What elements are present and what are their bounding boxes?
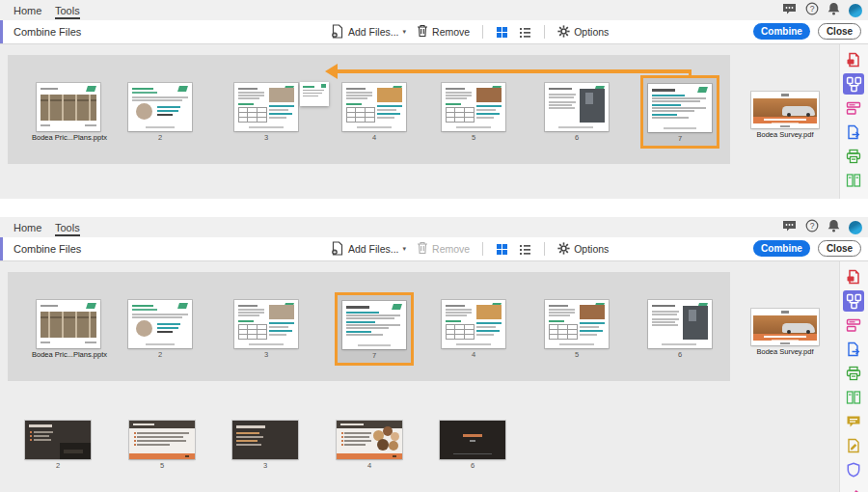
thumbnail-caption: Bodea Pric...Plans.pptx — [32, 134, 105, 143]
page-thumbnail[interactable]: 5 — [540, 300, 613, 360]
remove-button[interactable]: Remove — [417, 241, 470, 257]
file-thumbnail[interactable]: Bodea Survey.pdf — [748, 92, 822, 140]
accent-strip — [0, 20, 3, 43]
slide-preview — [234, 83, 298, 131]
thumbnail-caption: Bodea Pric...Plans.pptx — [32, 351, 105, 360]
sidebar-tool-comment-icon[interactable] — [843, 411, 864, 432]
thumbnail-caption: 6 — [540, 134, 613, 143]
options-button[interactable]: Options — [557, 242, 609, 257]
page-thumbnail[interactable]: 7 — [640, 75, 719, 149]
toolbar: Combine Files Add Files...▾ Remove Optio… — [0, 20, 868, 44]
sidebar-tool-organize-pages-icon[interactable] — [843, 170, 864, 191]
slide-preview — [442, 300, 505, 348]
sidebar-tool-export-pdf-icon[interactable] — [843, 339, 864, 360]
svg-text:?: ? — [810, 4, 815, 14]
feedback-icon[interactable] — [782, 2, 797, 19]
slide-preview — [37, 300, 100, 348]
options-button[interactable]: Options — [557, 25, 609, 40]
page-thumbnail[interactable]: 2 — [123, 83, 197, 143]
drag-arrow-line — [338, 69, 692, 73]
thumbnail-caption: 7 — [338, 352, 411, 361]
page-thumbnail[interactable]: 2 — [24, 421, 92, 471]
page-thumbnail[interactable]: 5 — [128, 421, 196, 471]
page-thumbnail[interactable]: 7 — [335, 292, 414, 366]
sidebar-tool-enhance-scans-icon[interactable] — [843, 363, 864, 384]
right-rail — [839, 44, 868, 199]
slide-preview — [232, 421, 298, 459]
tab-tools[interactable]: Tools — [55, 217, 80, 237]
thumbnail-caption: 4 — [338, 134, 411, 143]
user-avatar[interactable] — [849, 4, 862, 17]
sidebar-tool-pen-icon[interactable] — [843, 483, 864, 492]
thumbnail-caption: 5 — [540, 351, 613, 360]
grid-view-button[interactable] — [496, 26, 508, 39]
user-avatar[interactable] — [849, 221, 862, 234]
sidebar-tool-fill-sign-icon[interactable] — [843, 435, 864, 456]
slide-preview — [648, 84, 712, 132]
page-thumbnail[interactable]: 4 — [336, 421, 403, 471]
notifications-icon[interactable] — [827, 219, 840, 236]
sidebar-tool-organize-pages-icon[interactable] — [843, 387, 864, 408]
help-icon[interactable]: ? — [805, 219, 819, 236]
sidebar-tool-export-pdf-icon[interactable] — [843, 122, 864, 143]
slide-preview — [342, 301, 406, 349]
list-view-button[interactable] — [519, 26, 531, 39]
drag-arrow-head — [325, 64, 338, 79]
sidebar-tool-protect-icon[interactable] — [843, 459, 864, 480]
help-icon[interactable]: ? — [805, 2, 819, 19]
slide-preview — [128, 83, 192, 131]
slide-preview — [128, 300, 192, 348]
sidebar-tool-combine-files-icon[interactable] — [843, 73, 864, 95]
tab-tools[interactable]: Tools — [55, 0, 80, 20]
list-view-button[interactable] — [519, 243, 531, 256]
remove-button[interactable]: Remove — [417, 24, 470, 40]
file-first-page-thumbnail[interactable]: Bodea Pric...Plans.pptx — [32, 83, 105, 143]
combine-files-window-after: Home Tools ? Combine Files Add Files...▾… — [0, 217, 868, 492]
notifications-icon[interactable] — [827, 2, 840, 19]
slide-preview — [25, 421, 91, 459]
close-button[interactable]: Close — [818, 240, 861, 257]
grid-view-button[interactable] — [496, 243, 508, 256]
file-thumbnail[interactable]: Bodea Survey.pdf — [748, 309, 822, 357]
file-first-page-thumbnail[interactable]: Bodea Pric...Plans.pptx — [32, 300, 105, 360]
tab-home[interactable]: Home — [14, 0, 41, 20]
page-thumbnail[interactable]: 5 — [437, 83, 510, 143]
add-files-button[interactable]: Add Files...▾ — [331, 24, 406, 41]
slide-preview — [342, 83, 406, 131]
add-files-icon — [331, 24, 344, 41]
combine-button[interactable]: Combine — [753, 240, 810, 257]
tab-home[interactable]: Home — [14, 217, 41, 237]
sidebar-tool-create-pdf-icon[interactable] — [843, 266, 864, 287]
thumbnail-caption: 3 — [230, 351, 303, 360]
page-thumbnail[interactable]: 3 — [230, 83, 303, 143]
panel-title: Combine Files — [14, 237, 81, 260]
thumbnail-caption: 5 — [128, 462, 196, 471]
thumbnail-caption: 3 — [231, 462, 299, 471]
thumbnail-caption: 2 — [123, 134, 197, 143]
sidebar-tool-combine-files-icon[interactable] — [843, 290, 864, 312]
combine-button[interactable]: Combine — [753, 23, 810, 40]
page-thumbnail[interactable]: 4 — [437, 300, 510, 360]
sidebar-tool-enhance-scans-icon[interactable] — [843, 146, 864, 167]
sidebar-tool-edit-pdf-icon[interactable] — [843, 97, 864, 119]
page-thumbnail[interactable]: 6 — [643, 300, 717, 360]
close-button[interactable]: Close — [818, 23, 861, 40]
gear-icon — [557, 25, 570, 40]
slide-preview — [751, 309, 819, 345]
thumbnail-caption: 6 — [643, 351, 717, 360]
page-thumbnail[interactable]: 3 — [230, 300, 303, 360]
page-thumbnail[interactable]: 3 — [231, 421, 299, 471]
slide-preview — [545, 300, 609, 348]
add-files-button[interactable]: Add Files...▾ — [331, 241, 406, 258]
thumbnail-caption: 4 — [437, 351, 510, 360]
drag-arrow-elbow — [689, 69, 692, 77]
feedback-icon[interactable] — [782, 219, 797, 236]
sidebar-tool-create-pdf-icon[interactable] — [843, 49, 864, 70]
page-thumbnail[interactable]: 6 — [540, 83, 613, 143]
page-thumbnail[interactable]: 2 — [123, 300, 197, 360]
slide-preview — [234, 300, 298, 348]
page-thumbnail[interactable]: 4 — [338, 83, 411, 143]
trash-icon — [417, 241, 428, 257]
page-thumbnail[interactable]: 6 — [439, 421, 506, 471]
sidebar-tool-edit-pdf-icon[interactable] — [843, 314, 864, 336]
